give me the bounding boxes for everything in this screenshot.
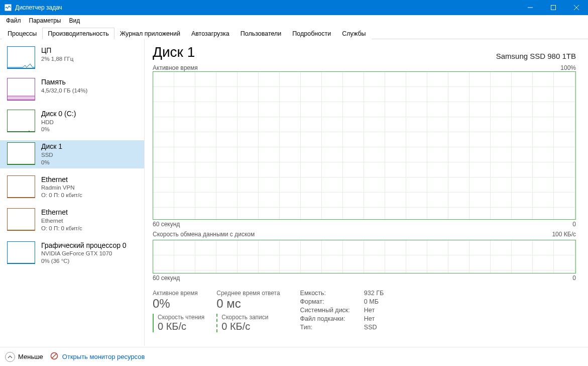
gpu-thumbnail [7,241,35,264]
type-value: SSD [364,324,384,331]
memory-thumbnail [7,78,35,101]
tab-startup[interactable]: Автозагрузка [186,28,235,39]
stat-active-label: Активное время [153,290,204,297]
ethernet0-sub1: Radmin VPN [41,184,82,192]
cpu-thumbnail [7,46,35,69]
transfer-chart[interactable] [153,240,576,273]
ethernet1-thumbnail [7,208,35,231]
ethernet1-sub2: О: 0 П: 0 кбит/с [41,225,82,232]
sidebar-item-memory[interactable]: Память 4,5/32,0 ГБ (14%) [0,76,144,103]
disk0-title: Диск 0 (C:) [41,110,76,119]
sidebar-item-cpu[interactable]: ЦП 2% 1,88 ГГц [0,44,144,71]
tab-users[interactable]: Пользователи [235,28,287,39]
cpu-title: ЦП [41,46,73,55]
format-value: 0 МБ [364,298,384,305]
svg-rect-2 [551,6,556,10]
type-label: Тип: [300,324,350,331]
tab-processes[interactable]: Процессы [2,28,42,39]
disk0-sub2: 0% [41,126,76,133]
fewer-details-button[interactable]: Меньше [18,353,43,360]
system-value: Нет [364,307,384,314]
footer: Меньше Открыть монитор ресурсов [0,347,588,366]
gpu-title: Графический процессор 0 [41,241,127,250]
active-time-max: 100% [560,64,576,71]
tab-performance[interactable]: Производительность [42,28,114,39]
main-title: Диск 1 [153,44,195,60]
menu-options[interactable]: Параметры [25,16,65,25]
open-resource-monitor-link[interactable]: Открыть монитор ресурсов [62,353,145,360]
transfer-max: 100 КБ/с [552,231,576,238]
close-button[interactable] [565,0,588,15]
memory-title: Память [41,78,87,87]
cpu-sub: 2% 1,88 ГГц [41,55,73,63]
format-label: Формат: [300,298,350,305]
maximize-button[interactable] [542,0,565,15]
window-title: Диспетчер задач [15,4,62,11]
ethernet0-sub2: О: 0 П: 0 кбит/с [41,192,82,199]
page-label: Файл подкачки: [300,315,350,322]
disk0-thumbnail [7,110,35,132]
sidebar-item-disk0[interactable]: Диск 0 (C:) HDD 0% [0,108,144,135]
stat-read-label: Скорость чтения [158,314,204,321]
axis-right: 0 [572,221,576,228]
sidebar-item-disk1[interactable]: Диск 1 SSD 0% [0,140,144,168]
stat-write-value: 0 КБ/с [221,321,280,332]
ethernet0-thumbnail [7,175,35,198]
chevron-up-icon[interactable] [5,352,15,362]
tab-details[interactable]: Подробности [287,28,336,39]
ethernet1-title: Ethernet [41,208,82,217]
sidebar-item-gpu[interactable]: Графический процессор 0 NVIDIA GeForce G… [0,239,144,267]
capacity-value: 932 ГБ [364,290,384,297]
disk-model: Samsung SSD 980 1TB [496,52,576,60]
menu-file[interactable]: Файл [2,16,25,25]
system-label: Системный диск: [300,307,350,314]
disk1-thumbnail [7,142,35,165]
gpu-sub1: NVIDIA GeForce GTX 1070 [41,250,127,257]
disk1-sub1: SSD [41,151,62,159]
stat-read-value: 0 КБ/с [158,321,204,332]
active-time-label: Активное время [153,64,198,71]
menu-bar: Файл Параметры Вид [0,15,588,26]
active-time-chart[interactable] [153,71,576,220]
minimize-button[interactable] [519,0,542,15]
sidebar-item-ethernet0[interactable]: Ethernet Radmin VPN О: 0 П: 0 кбит/с [0,173,144,201]
disk0-sub1: HDD [41,119,76,126]
axis-left-2: 60 секунд [153,274,180,282]
stat-response-value: 0 мс [216,297,280,311]
svg-line-8 [52,354,56,358]
no-entry-icon [50,352,58,361]
transfer-label: Скорость обмена данными с диском [153,231,255,238]
axis-left: 60 секунд [153,221,180,228]
stat-write-label: Скорость записи [221,314,280,321]
gpu-sub2: 0% (36 °C) [41,257,127,265]
axis-right-2: 0 [572,274,576,282]
disk1-sub2: 0% [41,159,62,166]
memory-sub: 4,5/32,0 ГБ (14%) [41,87,87,95]
ethernet0-title: Ethernet [41,175,82,185]
stat-response-label: Среднее время ответа [216,290,280,297]
tab-bar: Процессы Производительность Журнал прило… [0,26,588,39]
main-panel: Диск 1 Samsung SSD 980 1TB Активное врем… [144,39,588,346]
sidebar-item-ethernet1[interactable]: Ethernet Ethernet О: 0 П: 0 кбит/с [0,206,144,234]
title-bar: Диспетчер задач [0,0,588,15]
capacity-label: Емкость: [300,290,350,297]
tab-app-history[interactable]: Журнал приложений [114,28,186,39]
page-value: Нет [364,315,384,322]
app-icon [4,4,12,12]
svg-rect-5 [8,96,35,100]
menu-view[interactable]: Вид [65,16,84,25]
ethernet1-sub1: Ethernet [41,217,82,225]
stat-active-value: 0% [153,297,204,311]
disk1-title: Диск 1 [41,142,62,151]
sidebar: ЦП 2% 1,88 ГГц Память 4,5/32,0 ГБ (14%) … [0,39,144,346]
tab-services[interactable]: Службы [336,28,371,39]
